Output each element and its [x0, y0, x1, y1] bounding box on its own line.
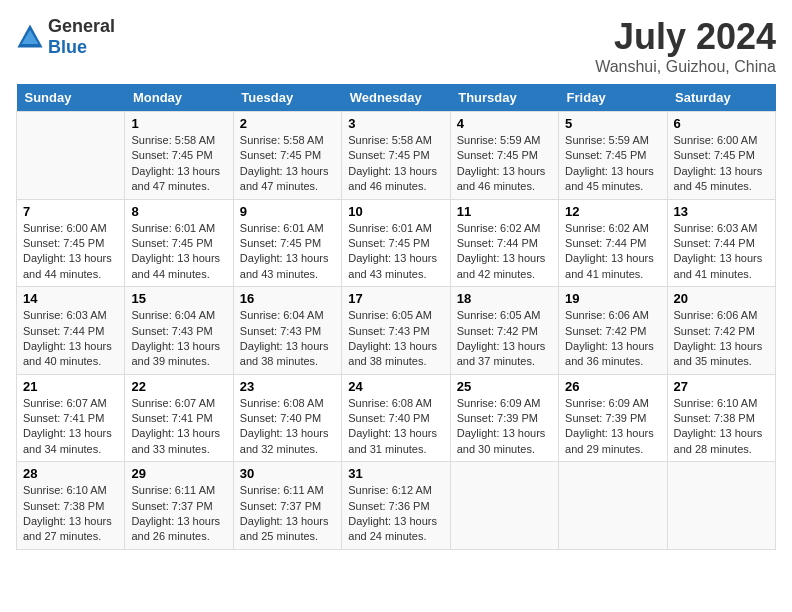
day-info: Sunrise: 6:10 AMSunset: 7:38 PMDaylight:…	[674, 396, 769, 458]
weekday-header-wednesday: Wednesday	[342, 84, 450, 112]
day-info: Sunrise: 6:02 AMSunset: 7:44 PMDaylight:…	[457, 221, 552, 283]
calendar-cell: 30Sunrise: 6:11 AMSunset: 7:37 PMDayligh…	[233, 462, 341, 550]
day-number: 27	[674, 379, 769, 394]
main-title: July 2024	[595, 16, 776, 58]
calendar-cell: 6Sunrise: 6:00 AMSunset: 7:45 PMDaylight…	[667, 112, 775, 200]
calendar-cell: 14Sunrise: 6:03 AMSunset: 7:44 PMDayligh…	[17, 287, 125, 375]
day-number: 18	[457, 291, 552, 306]
day-number: 4	[457, 116, 552, 131]
calendar-cell: 4Sunrise: 5:59 AMSunset: 7:45 PMDaylight…	[450, 112, 558, 200]
calendar-cell: 31Sunrise: 6:12 AMSunset: 7:36 PMDayligh…	[342, 462, 450, 550]
day-info: Sunrise: 5:59 AMSunset: 7:45 PMDaylight:…	[565, 133, 660, 195]
calendar-week-1: 1Sunrise: 5:58 AMSunset: 7:45 PMDaylight…	[17, 112, 776, 200]
day-info: Sunrise: 6:07 AMSunset: 7:41 PMDaylight:…	[23, 396, 118, 458]
day-info: Sunrise: 6:10 AMSunset: 7:38 PMDaylight:…	[23, 483, 118, 545]
day-number: 10	[348, 204, 443, 219]
calendar-cell: 15Sunrise: 6:04 AMSunset: 7:43 PMDayligh…	[125, 287, 233, 375]
day-number: 6	[674, 116, 769, 131]
day-info: Sunrise: 6:04 AMSunset: 7:43 PMDaylight:…	[240, 308, 335, 370]
calendar-cell: 28Sunrise: 6:10 AMSunset: 7:38 PMDayligh…	[17, 462, 125, 550]
calendar-cell	[667, 462, 775, 550]
calendar-cell: 10Sunrise: 6:01 AMSunset: 7:45 PMDayligh…	[342, 199, 450, 287]
day-number: 31	[348, 466, 443, 481]
day-number: 15	[131, 291, 226, 306]
day-info: Sunrise: 5:58 AMSunset: 7:45 PMDaylight:…	[131, 133, 226, 195]
day-info: Sunrise: 5:58 AMSunset: 7:45 PMDaylight:…	[240, 133, 335, 195]
calendar-cell: 18Sunrise: 6:05 AMSunset: 7:42 PMDayligh…	[450, 287, 558, 375]
day-number: 14	[23, 291, 118, 306]
weekday-header-sunday: Sunday	[17, 84, 125, 112]
day-info: Sunrise: 6:08 AMSunset: 7:40 PMDaylight:…	[240, 396, 335, 458]
day-info: Sunrise: 6:00 AMSunset: 7:45 PMDaylight:…	[23, 221, 118, 283]
day-number: 2	[240, 116, 335, 131]
day-number: 12	[565, 204, 660, 219]
calendar-cell: 2Sunrise: 5:58 AMSunset: 7:45 PMDaylight…	[233, 112, 341, 200]
day-number: 30	[240, 466, 335, 481]
day-number: 29	[131, 466, 226, 481]
day-info: Sunrise: 6:06 AMSunset: 7:42 PMDaylight:…	[565, 308, 660, 370]
calendar-cell: 9Sunrise: 6:01 AMSunset: 7:45 PMDaylight…	[233, 199, 341, 287]
day-info: Sunrise: 6:01 AMSunset: 7:45 PMDaylight:…	[131, 221, 226, 283]
logo: General Blue	[16, 16, 115, 58]
calendar-header-row: SundayMondayTuesdayWednesdayThursdayFrid…	[17, 84, 776, 112]
calendar-cell: 12Sunrise: 6:02 AMSunset: 7:44 PMDayligh…	[559, 199, 667, 287]
calendar-cell: 26Sunrise: 6:09 AMSunset: 7:39 PMDayligh…	[559, 374, 667, 462]
day-number: 19	[565, 291, 660, 306]
day-number: 11	[457, 204, 552, 219]
day-number: 22	[131, 379, 226, 394]
day-number: 1	[131, 116, 226, 131]
day-info: Sunrise: 6:12 AMSunset: 7:36 PMDaylight:…	[348, 483, 443, 545]
day-number: 3	[348, 116, 443, 131]
day-info: Sunrise: 6:00 AMSunset: 7:45 PMDaylight:…	[674, 133, 769, 195]
day-number: 17	[348, 291, 443, 306]
day-info: Sunrise: 6:07 AMSunset: 7:41 PMDaylight:…	[131, 396, 226, 458]
calendar-cell: 5Sunrise: 5:59 AMSunset: 7:45 PMDaylight…	[559, 112, 667, 200]
day-number: 20	[674, 291, 769, 306]
calendar-cell: 1Sunrise: 5:58 AMSunset: 7:45 PMDaylight…	[125, 112, 233, 200]
weekday-header-friday: Friday	[559, 84, 667, 112]
day-number: 16	[240, 291, 335, 306]
calendar-cell: 20Sunrise: 6:06 AMSunset: 7:42 PMDayligh…	[667, 287, 775, 375]
day-number: 9	[240, 204, 335, 219]
calendar-cell: 23Sunrise: 6:08 AMSunset: 7:40 PMDayligh…	[233, 374, 341, 462]
day-info: Sunrise: 6:11 AMSunset: 7:37 PMDaylight:…	[240, 483, 335, 545]
calendar-cell: 19Sunrise: 6:06 AMSunset: 7:42 PMDayligh…	[559, 287, 667, 375]
calendar-cell: 29Sunrise: 6:11 AMSunset: 7:37 PMDayligh…	[125, 462, 233, 550]
day-info: Sunrise: 6:08 AMSunset: 7:40 PMDaylight:…	[348, 396, 443, 458]
logo-blue: Blue	[48, 37, 87, 57]
day-number: 23	[240, 379, 335, 394]
day-number: 26	[565, 379, 660, 394]
day-info: Sunrise: 6:11 AMSunset: 7:37 PMDaylight:…	[131, 483, 226, 545]
calendar-week-2: 7Sunrise: 6:00 AMSunset: 7:45 PMDaylight…	[17, 199, 776, 287]
calendar-table: SundayMondayTuesdayWednesdayThursdayFrid…	[16, 84, 776, 550]
calendar-cell	[450, 462, 558, 550]
day-info: Sunrise: 6:03 AMSunset: 7:44 PMDaylight:…	[674, 221, 769, 283]
day-number: 24	[348, 379, 443, 394]
calendar-cell: 17Sunrise: 6:05 AMSunset: 7:43 PMDayligh…	[342, 287, 450, 375]
day-info: Sunrise: 6:04 AMSunset: 7:43 PMDaylight:…	[131, 308, 226, 370]
calendar-week-3: 14Sunrise: 6:03 AMSunset: 7:44 PMDayligh…	[17, 287, 776, 375]
title-area: July 2024 Wanshui, Guizhou, China	[595, 16, 776, 76]
day-info: Sunrise: 5:58 AMSunset: 7:45 PMDaylight:…	[348, 133, 443, 195]
calendar-cell: 11Sunrise: 6:02 AMSunset: 7:44 PMDayligh…	[450, 199, 558, 287]
weekday-header-thursday: Thursday	[450, 84, 558, 112]
calendar-week-4: 21Sunrise: 6:07 AMSunset: 7:41 PMDayligh…	[17, 374, 776, 462]
day-info: Sunrise: 6:09 AMSunset: 7:39 PMDaylight:…	[565, 396, 660, 458]
calendar-cell: 25Sunrise: 6:09 AMSunset: 7:39 PMDayligh…	[450, 374, 558, 462]
day-number: 28	[23, 466, 118, 481]
day-number: 7	[23, 204, 118, 219]
header: General Blue July 2024 Wanshui, Guizhou,…	[16, 16, 776, 76]
weekday-header-saturday: Saturday	[667, 84, 775, 112]
calendar-cell: 16Sunrise: 6:04 AMSunset: 7:43 PMDayligh…	[233, 287, 341, 375]
day-info: Sunrise: 5:59 AMSunset: 7:45 PMDaylight:…	[457, 133, 552, 195]
weekday-header-tuesday: Tuesday	[233, 84, 341, 112]
calendar-cell: 8Sunrise: 6:01 AMSunset: 7:45 PMDaylight…	[125, 199, 233, 287]
calendar-cell: 22Sunrise: 6:07 AMSunset: 7:41 PMDayligh…	[125, 374, 233, 462]
day-info: Sunrise: 6:09 AMSunset: 7:39 PMDaylight:…	[457, 396, 552, 458]
day-info: Sunrise: 6:03 AMSunset: 7:44 PMDaylight:…	[23, 308, 118, 370]
calendar-cell: 21Sunrise: 6:07 AMSunset: 7:41 PMDayligh…	[17, 374, 125, 462]
day-info: Sunrise: 6:05 AMSunset: 7:43 PMDaylight:…	[348, 308, 443, 370]
calendar-cell: 24Sunrise: 6:08 AMSunset: 7:40 PMDayligh…	[342, 374, 450, 462]
day-info: Sunrise: 6:05 AMSunset: 7:42 PMDaylight:…	[457, 308, 552, 370]
day-number: 5	[565, 116, 660, 131]
